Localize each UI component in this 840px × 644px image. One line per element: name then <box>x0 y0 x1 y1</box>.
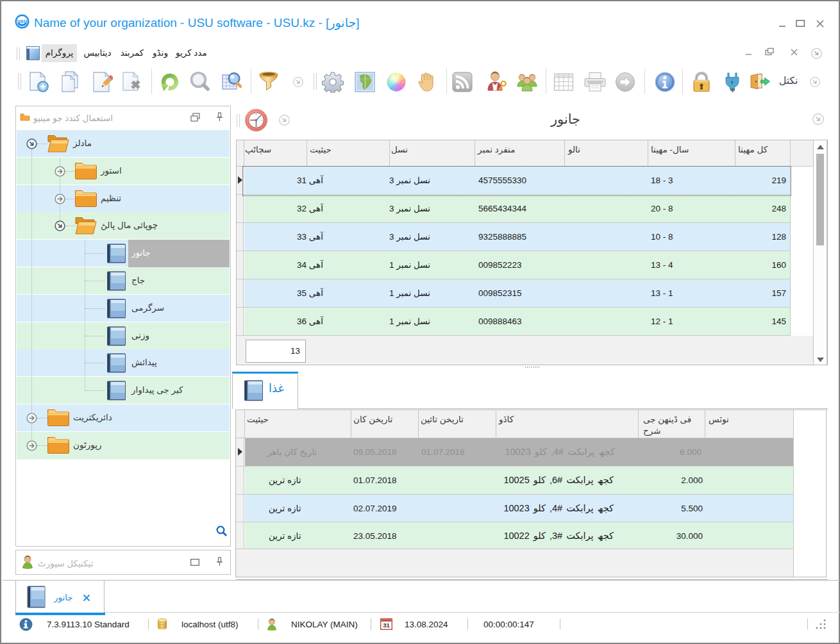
svg-text:usu: usu <box>17 18 28 24</box>
svg-text:31: 31 <box>383 622 390 629</box>
